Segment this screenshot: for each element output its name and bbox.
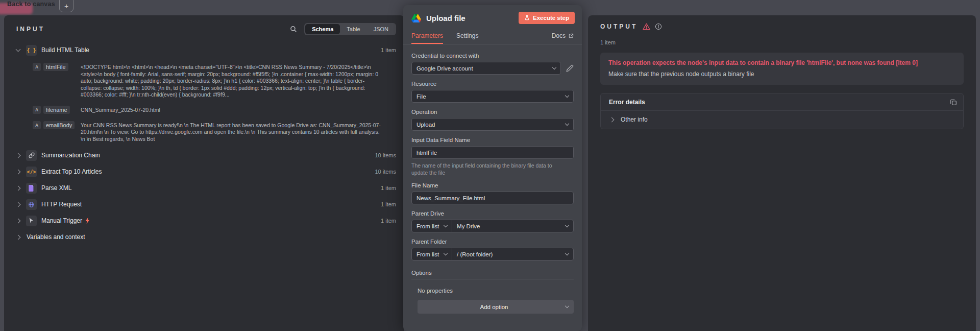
copy-icon[interactable] (950, 99, 957, 106)
input-data-field-name-input[interactable]: htmlFile (411, 146, 574, 159)
add-node-button[interactable]: + (59, 0, 74, 12)
schema-node-extract-top-10-articles[interactable]: </> Extract Top 10 Articles 10 items (4, 166, 404, 177)
operation-select[interactable]: Upload (411, 118, 574, 131)
display-mode-tabs: Schema Table JSON (304, 23, 396, 35)
back-to-canvas-button[interactable]: Back to canvas (7, 1, 55, 8)
item-count: 1 item (381, 218, 396, 224)
node-settings-dialog: Upload file Execute step Parameters Sett… (403, 5, 582, 331)
input-data-field-name-label: Input Data Field Name (411, 137, 574, 143)
schema-node-variables-and-context[interactable]: Variables and context (4, 231, 404, 243)
globe-icon (26, 199, 37, 210)
error-message-box: This operation expects the node's input … (600, 53, 964, 85)
chevron-right-icon[interactable] (609, 117, 615, 122)
parent-drive-label: Parent Drive (411, 210, 574, 217)
parent-folder-field: From list / (Root folder) (411, 248, 574, 261)
chevron-down-icon[interactable] (16, 47, 21, 52)
schema-node-parse-xml[interactable]: Parse XML 1 item (4, 182, 404, 194)
resource-select[interactable]: File (411, 90, 574, 103)
input-data-field-name-hint: The name of the input field containing t… (411, 162, 569, 176)
tab-settings[interactable]: Settings (456, 29, 478, 44)
parent-folder-mode-select[interactable]: From list (412, 248, 452, 260)
other-info-row[interactable]: Other info (601, 111, 963, 129)
item-count: 10 items (375, 152, 396, 158)
item-count: 10 items (375, 169, 396, 175)
flask-icon (524, 15, 530, 21)
info-icon[interactable] (655, 23, 662, 30)
field-value: <!DOCTYPE html>\n <html>\n <head>\n <met… (81, 63, 381, 99)
input-title: INPUT (16, 26, 45, 33)
parent-folder-value-select[interactable]: / (Root folder) (452, 248, 573, 260)
chevron-right-icon[interactable] (16, 234, 21, 240)
external-link-icon (568, 33, 574, 39)
field-value: CNN_Summary_2025-07-20.html (81, 106, 381, 114)
schema-node-manual-trigger[interactable]: Manual Trigger 1 item (4, 215, 404, 226)
input-panel: INPUT Schema Table JSON { } Build HTML T… (4, 15, 404, 331)
warning-triangle-icon (643, 23, 650, 30)
options-empty-text: No properties (418, 288, 574, 294)
resource-label: Resource (411, 81, 574, 87)
parent-drive-mode-select[interactable]: From list (412, 220, 452, 232)
schema-field-emailBody[interactable]: A emailBody Your CNN RSS News Summary is… (4, 121, 404, 143)
item-count: 1 item (381, 185, 396, 191)
file-name-label: File Name (411, 182, 574, 188)
file-name-input[interactable]: News_Summary_File.html (411, 192, 574, 204)
string-type-icon: A (33, 63, 41, 71)
string-type-icon: A (33, 106, 41, 114)
xml-file-icon (26, 183, 37, 194)
chevron-right-icon[interactable] (16, 153, 21, 158)
chain-link-icon (26, 150, 37, 161)
add-option-button[interactable]: Add option (418, 300, 574, 314)
output-title: OUTPUT (600, 23, 638, 30)
operation-label: Operation (411, 109, 574, 115)
edit-pencil-icon[interactable] (566, 64, 574, 72)
code-node-icon: </> (26, 167, 37, 177)
options-label: Options (411, 270, 574, 276)
error-details-box: Error details Other info (600, 93, 964, 129)
google-drive-icon (411, 14, 421, 22)
chevron-right-icon[interactable] (16, 202, 21, 207)
schema-field-filename[interactable]: A filename CNN_Summary_2025-07-20.html (4, 106, 404, 114)
tab-parameters[interactable]: Parameters (411, 29, 443, 44)
schema-node-http-request[interactable]: HTTP Request 1 item (4, 199, 404, 210)
chevron-right-icon[interactable] (16, 169, 21, 174)
error-title: This operation expects the node's input … (608, 59, 955, 67)
parent-folder-label: Parent Folder (411, 239, 574, 245)
tab-json[interactable]: JSON (367, 24, 395, 34)
chevron-right-icon[interactable] (16, 185, 21, 191)
credential-label: Credential to connect with (411, 53, 574, 59)
schema-field-htmlFile[interactable]: A htmlFile <!DOCTYPE html>\n <html>\n <h… (4, 63, 404, 99)
parent-drive-field: From list My Drive (411, 220, 574, 232)
code-node-icon: { } (26, 45, 37, 56)
error-subtitle: Make sure that the previous node outputs… (608, 70, 955, 78)
dialog-title: Upload file (426, 14, 519, 22)
tab-table[interactable]: Table (340, 24, 366, 34)
chevron-right-icon[interactable] (16, 218, 21, 223)
item-count: 1 item (381, 201, 396, 207)
docs-link[interactable]: Docs (552, 32, 574, 44)
schema-node-build-html-table[interactable]: { } Build HTML Table 1 item (4, 44, 404, 56)
schema-node-summarization-chain[interactable]: Summarization Chain 10 items (4, 150, 404, 161)
error-details-title: Error details (609, 99, 950, 106)
field-value: Your CNN RSS News Summary is ready!\n \n… (81, 121, 381, 143)
item-count: 1 item (381, 47, 396, 53)
string-type-icon: A (33, 121, 41, 129)
tab-schema[interactable]: Schema (305, 24, 340, 34)
pinned-data-lightning-icon (85, 218, 90, 224)
output-item-count: 1 item (588, 35, 976, 45)
options-divider (411, 279, 574, 279)
search-icon[interactable] (290, 26, 297, 33)
cursor-icon (26, 216, 37, 226)
credential-select[interactable]: Google Drive account (411, 62, 561, 75)
execute-step-button[interactable]: Execute step (519, 12, 575, 24)
parent-drive-value-select[interactable]: My Drive (452, 220, 573, 232)
output-panel: OUTPUT 1 item This operation expects the… (588, 15, 976, 331)
